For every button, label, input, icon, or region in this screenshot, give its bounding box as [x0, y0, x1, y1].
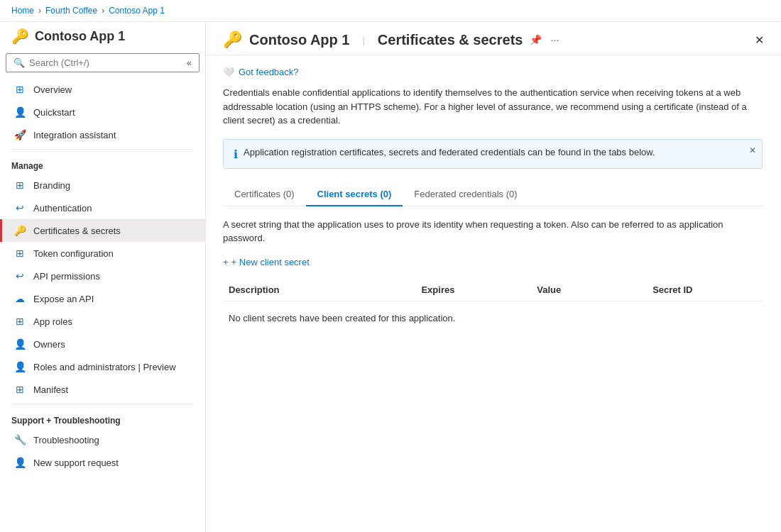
breadcrumb-fourth-coffee[interactable]: Fourth Coffee	[45, 6, 97, 16]
info-banner: ℹ Application registration certificates,…	[223, 139, 763, 169]
search-input[interactable]	[29, 57, 182, 68]
sidebar-item-label: Manifest	[33, 384, 68, 395]
tab-client-secrets[interactable]: Client secrets (0)	[306, 183, 403, 206]
add-secret-label[interactable]: + New client secret	[231, 257, 310, 267]
sidebar-item-label: App roles	[33, 316, 72, 327]
app-name: Contoso App 1	[35, 29, 125, 44]
app-icon: 🔑	[11, 28, 29, 45]
sidebar-item-overview[interactable]: ⊞ Overview	[0, 78, 205, 101]
empty-message: No client secrets have been created for …	[223, 301, 764, 335]
sidebar: 🔑 Contoso App 1 🔍 « ⊞ Overview 👤 Quickst…	[0, 22, 206, 532]
tab-certificates[interactable]: Certificates (0)	[223, 183, 306, 206]
more-button[interactable]: ···	[550, 34, 559, 45]
content-app-name: Contoso App 1	[249, 32, 349, 48]
manage-section-label: Manage	[0, 153, 205, 174]
description-text: Credentials enable confidential applicat…	[223, 86, 763, 128]
tab-description: A secret string that the application use…	[223, 218, 763, 245]
approles-icon: ⊞	[13, 315, 26, 328]
sidebar-item-api[interactable]: ↩ API permissions	[0, 265, 205, 287]
banner-text: Application registration certificates, s…	[244, 147, 752, 157]
col-value: Value	[531, 284, 647, 295]
api-icon: ↩	[13, 270, 26, 282]
overview-icon: ⊞	[13, 83, 26, 96]
table-header: Description Expires Value Secret ID	[223, 279, 763, 301]
sidebar-item-troubleshooting[interactable]: 🔧 Troubleshooting	[0, 428, 205, 451]
sidebar-item-integration[interactable]: 🚀 Integration assistant	[0, 123, 205, 146]
search-icon: 🔍	[13, 57, 25, 68]
sidebar-item-label: Integration assistant	[33, 130, 116, 140]
heart-icon: 🤍	[223, 67, 234, 77]
content-body: 🤍 Got feedback? Credentials enable confi…	[206, 55, 781, 532]
breadcrumb-app[interactable]: Contoso App 1	[109, 6, 165, 16]
integration-icon: 🚀	[13, 128, 26, 141]
auth-icon: ↩	[13, 201, 26, 214]
breadcrumb-home[interactable]: Home	[11, 6, 34, 16]
col-expires: Expires	[415, 284, 531, 295]
sidebar-item-label: Overview	[33, 84, 72, 95]
sidebar-item-label: Token configuration	[33, 248, 114, 259]
close-button[interactable]: ✕	[755, 33, 764, 47]
owners-icon: 👤	[13, 338, 26, 350]
sidebar-item-label: Certificates & secrets	[33, 226, 121, 236]
page-title: Certificates & secrets	[378, 32, 523, 48]
tabs: Certificates (0) Client secrets (0) Fede…	[223, 183, 764, 206]
content-header: 🔑 Contoso App 1 | Certificates & secrets…	[206, 22, 781, 55]
title-separator: |	[362, 35, 364, 45]
sidebar-item-roles[interactable]: 👤 Roles and administrators | Preview	[0, 355, 205, 378]
app-title-row: 🔑 Contoso App 1	[0, 22, 205, 53]
search-box[interactable]: 🔍 «	[6, 53, 200, 72]
sidebar-divider-support	[11, 404, 194, 404]
add-secret-button[interactable]: + + New client secret	[223, 257, 764, 267]
sidebar-item-label: Authentication	[33, 203, 92, 214]
breadcrumb: Home › Fourth Coffee › Contoso App 1	[0, 0, 781, 22]
cert-icon: 🔑	[13, 224, 26, 237]
add-icon: +	[223, 257, 229, 267]
info-icon: ℹ	[234, 148, 238, 161]
banner-close-button[interactable]: ✕	[749, 145, 756, 155]
sidebar-item-certificates[interactable]: 🔑 Certificates & secrets	[0, 219, 205, 242]
tab-federated[interactable]: Federated credentials (0)	[403, 183, 528, 206]
feedback-row[interactable]: 🤍 Got feedback?	[223, 67, 764, 77]
sidebar-divider	[11, 149, 194, 150]
roles-icon: 👤	[13, 360, 26, 373]
sidebar-item-label: Expose an API	[33, 294, 94, 304]
sidebar-item-manifest[interactable]: ⊞ Manifest	[0, 378, 205, 401]
sidebar-item-label: Quickstart	[33, 107, 75, 118]
collapse-button[interactable]: «	[187, 57, 192, 68]
sidebar-item-quickstart[interactable]: 👤 Quickstart	[0, 101, 205, 123]
feedback-text[interactable]: Got feedback?	[239, 67, 299, 77]
sidebar-item-branding[interactable]: ⊞ Branding	[0, 174, 205, 196]
token-icon: ⊞	[13, 247, 26, 260]
sidebar-item-owners[interactable]: 👤 Owners	[0, 333, 205, 355]
support-icon: 👤	[13, 456, 26, 469]
troubleshooting-icon: 🔧	[13, 433, 26, 446]
header-actions: 📌 ···	[530, 34, 559, 45]
quickstart-icon: 👤	[13, 106, 26, 118]
support-section-label: Support + Troubleshooting	[0, 407, 205, 428]
sidebar-item-label: New support request	[33, 458, 119, 468]
manifest-icon: ⊞	[13, 383, 26, 396]
sidebar-item-label: API permissions	[33, 271, 100, 282]
pin-button[interactable]: 📌	[530, 34, 542, 45]
sidebar-item-label: Branding	[33, 180, 70, 191]
branding-icon: ⊞	[13, 179, 26, 192]
content-header-left: 🔑 Contoso App 1 | Certificates & secrets…	[223, 31, 559, 49]
sidebar-item-expose[interactable]: ☁ Expose an API	[0, 287, 205, 310]
col-secret-id: Secret ID	[647, 284, 763, 295]
sidebar-item-label: Owners	[33, 339, 65, 350]
sidebar-item-label: Roles and administrators | Preview	[33, 362, 176, 372]
content-area: 🔑 Contoso App 1 | Certificates & secrets…	[206, 22, 781, 532]
expose-icon: ☁	[13, 292, 26, 305]
sidebar-item-label: Troubleshooting	[33, 435, 99, 445]
header-key-icon: 🔑	[223, 31, 242, 49]
sidebar-item-approles[interactable]: ⊞ App roles	[0, 310, 205, 333]
sidebar-item-authentication[interactable]: ↩ Authentication	[0, 196, 205, 219]
sidebar-item-support[interactable]: 👤 New support request	[0, 451, 205, 474]
sidebar-item-token[interactable]: ⊞ Token configuration	[0, 242, 205, 265]
col-description: Description	[223, 284, 415, 295]
